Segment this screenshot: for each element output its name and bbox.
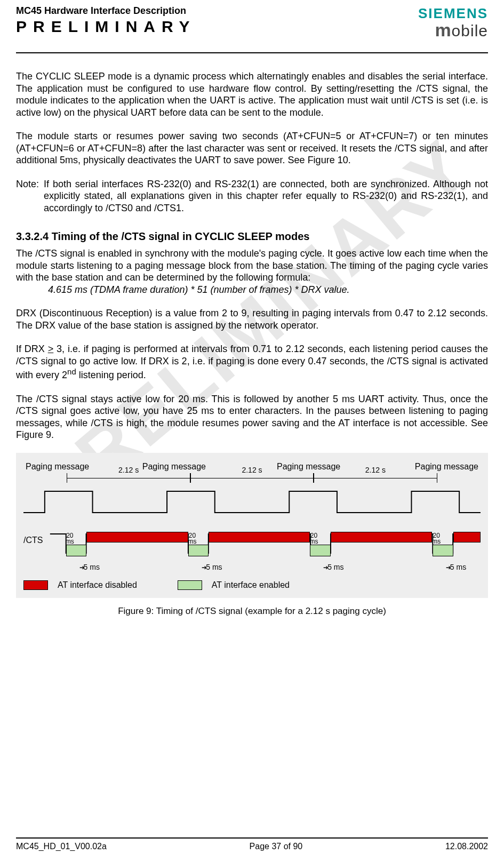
figure-caption: Figure 9: Timing of /CTS signal (example… — [16, 605, 488, 617]
note-text: If both serial interfaces RS-232(0) and … — [44, 178, 488, 214]
legend-swatch-enabled — [178, 580, 202, 590]
paragraph-4: DRX (Discontinuous Reception) is a value… — [16, 307, 488, 331]
tick20-2: 20ms — [188, 533, 197, 545]
note-block: Note: If both serial interfaces RS-232(0… — [16, 178, 488, 214]
tick20-1: 20ms — [66, 533, 74, 545]
section-heading: 3.3.2.4 Timing of the /CTS signal in CYC… — [16, 230, 488, 243]
preliminary-heading: PRELIMINARY — [16, 18, 488, 36]
paragraph-2: The module starts or resumes power savin… — [16, 130, 488, 166]
disabled-block-3 — [331, 532, 432, 542]
paging-pulse-trace — [23, 486, 481, 518]
enabled-block-3 — [310, 545, 331, 556]
doc-title: MC45 Hardware Interface Description — [16, 5, 488, 17]
interval-2: 2.12 s — [190, 473, 314, 483]
interval-1-label: 2.12 s — [116, 466, 141, 475]
interval-3-label: 2.12 s — [363, 466, 388, 475]
p5-sup: nd — [67, 367, 76, 376]
pm-label-3: Paging message — [252, 461, 365, 472]
footer-left: MC45_HD_01_V00.02a — [16, 842, 107, 851]
page-container: MC45 Hardware Interface Description PREL… — [0, 0, 504, 862]
footer-right: 12.08.2002 — [445, 842, 488, 851]
enabled-block-1 — [66, 545, 87, 556]
paragraph-1: The CYCLIC SLEEP mode is a dynamic proce… — [16, 70, 488, 118]
p5-a: If DRX — [16, 344, 48, 354]
disabled-block-1 — [86, 532, 188, 542]
tick5-1: 5 ms — [79, 563, 100, 572]
tick5-4: 5 ms — [446, 563, 466, 572]
body-text: The CYCLIC SLEEP mode is a dynamic proce… — [16, 70, 488, 825]
mobile-m: m — [435, 20, 451, 40]
paragraph-6: The /CTS signal stays active low for 20 … — [16, 393, 488, 441]
mobile-wordmark: mobile — [418, 20, 488, 41]
paragraph-5: If DRX > 3, i.e. if paging is performed … — [16, 343, 488, 381]
note-label: Note: — [16, 178, 44, 214]
tick20-3: 20ms — [309, 533, 318, 545]
header-rule — [16, 52, 488, 53]
p5-ge: > — [48, 344, 54, 354]
legend-label-enabled: AT interface enabled — [212, 580, 290, 590]
page-header: MC45 Hardware Interface Description PREL… — [16, 5, 488, 50]
tick20-4: 20ms — [432, 533, 441, 545]
paragraph-3: The /CTS signal is enabled in synchrony … — [16, 248, 488, 284]
interval-2-label: 2.12 s — [239, 466, 264, 475]
p5-c: listening period. — [76, 370, 146, 380]
tick5-2: 5 ms — [202, 563, 222, 572]
figure-9: Paging message Paging message Paging mes… — [16, 453, 488, 598]
interval-3: 2.12 s — [314, 473, 437, 483]
legend-label-disabled: AT interface disabled — [58, 580, 137, 590]
tick5-3: 5 ms — [323, 563, 343, 572]
footer-center: Page 37 of 90 — [250, 842, 303, 851]
disabled-block-2 — [209, 532, 310, 542]
cts-trace: /CTS 20ms 20ms 20ms 20ms — [23, 530, 481, 568]
interval-arrows: 2.12 s 2.12 s 2.12 s — [23, 473, 481, 484]
interval-1: 2.12 s — [67, 473, 190, 483]
page-footer: MC45_HD_01_V00.02a Page 37 of 90 12.08.2… — [16, 837, 488, 851]
disabled-block-4 — [453, 532, 481, 542]
mobile-rest: obile — [452, 22, 488, 39]
legend-swatch-disabled — [23, 580, 48, 590]
enabled-block-4 — [433, 545, 453, 556]
formula-line: 4.615 ms (TDMA frame duration) * 51 (num… — [48, 284, 488, 296]
figure-legend: AT interface disabled AT interface enabl… — [23, 580, 481, 590]
enabled-block-2 — [188, 545, 209, 556]
brand-logo: SIEMENS mobile — [418, 5, 488, 41]
